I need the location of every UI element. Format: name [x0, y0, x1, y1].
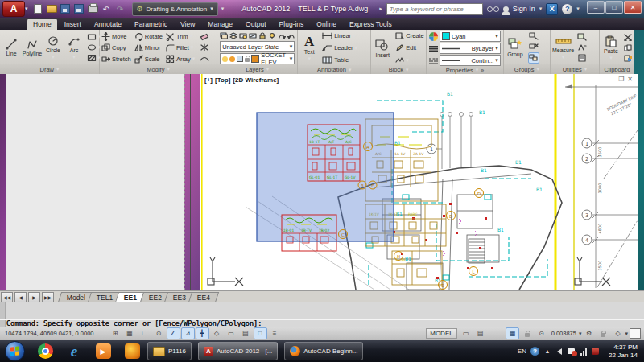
polyline-button[interactable]: Polyline: [23, 39, 42, 56]
table-button[interactable]: Table: [322, 55, 357, 65]
viewport-visualstyle-control[interactable]: [2D Wireframe]: [233, 76, 279, 84]
panel-label-groups[interactable]: Groups▾: [504, 64, 550, 74]
cut-button[interactable]: [624, 32, 633, 42]
tab-parametric[interactable]: Parametric: [129, 19, 173, 30]
chrome-taskbar-icon[interactable]: [36, 343, 54, 360]
panel-label-modify[interactable]: Modify▾: [100, 64, 217, 74]
plot-button[interactable]: [88, 4, 98, 14]
open-button[interactable]: [47, 4, 57, 14]
command-window[interactable]: Command: Specify opposite corner or [Fen…: [0, 302, 644, 327]
hardware-accel-button[interactable]: ◇: [611, 327, 625, 339]
maximize-button[interactable]: □: [605, 1, 623, 14]
speaker-icon[interactable]: [555, 348, 564, 356]
model-paper-toggle[interactable]: MODEL: [426, 328, 456, 339]
object-color-combo[interactable]: Cyan ▾: [440, 31, 501, 42]
ie-taskbar-icon[interactable]: e: [65, 343, 83, 360]
prev-layout-button[interactable]: ◀: [14, 292, 27, 302]
lineweight-combo[interactable]: ByLayer ▾: [440, 43, 501, 54]
linetype-combo[interactable]: Contin... ▾: [440, 55, 501, 66]
ortho-toggle[interactable]: ∟: [138, 327, 151, 339]
tab-output[interactable]: Output: [240, 19, 272, 30]
panel-label-block[interactable]: Block▾: [371, 65, 426, 74]
doc-close-button[interactable]: ✕: [627, 76, 633, 83]
layer-isolate-button[interactable]: [239, 31, 247, 40]
panel-label-layers[interactable]: Layers▾: [217, 64, 297, 74]
layer-state-combo[interactable]: Unsaved Layer State ▾: [220, 41, 295, 52]
taskbar-window-folder[interactable]: P1116: [147, 342, 192, 360]
mirror-button[interactable]: Mirror: [134, 43, 163, 53]
layer-properties-button[interactable]: [220, 31, 228, 40]
array-button[interactable]: Array▾: [166, 54, 195, 64]
leader-button[interactable]: Leader▾: [322, 43, 357, 53]
panel-label-annotation[interactable]: Annotation▾: [298, 65, 370, 74]
doc-minimize-button[interactable]: –: [612, 76, 615, 83]
polar-toggle[interactable]: ⊙: [152, 327, 166, 339]
tab-insert[interactable]: Insert: [59, 19, 87, 30]
doc-restore-button[interactable]: ❐: [618, 76, 624, 83]
trim-button[interactable]: Trim▾: [166, 31, 195, 42]
panel-label-draw[interactable]: Draw▾: [0, 64, 99, 74]
annotation-visibility-toggle[interactable]: ▦: [506, 327, 519, 339]
paste-special-button[interactable]: [624, 53, 633, 63]
tab-plugins[interactable]: Plug-ins: [274, 19, 310, 30]
rectangle-button[interactable]: ▾: [87, 32, 101, 42]
layer-off-button[interactable]: [268, 31, 276, 40]
quickview-layouts-button[interactable]: ▭: [459, 327, 473, 339]
edit-block-button[interactable]: Edit: [395, 43, 424, 53]
insert-block-button[interactable]: Insert: [373, 39, 392, 58]
scale-caret-icon[interactable]: ▾: [579, 331, 582, 337]
dyn-toggle[interactable]: ▭: [225, 327, 238, 339]
search-icon[interactable]: [487, 6, 499, 12]
group-edit-button[interactable]: [528, 42, 539, 51]
new-button[interactable]: [33, 4, 43, 14]
layer-freeze-button[interactable]: [249, 31, 257, 40]
tab-view[interactable]: View: [175, 19, 200, 30]
layer-state-button[interactable]: [229, 31, 237, 40]
help-tray-icon[interactable]: ?: [530, 347, 539, 356]
hatch-button[interactable]: ▾: [87, 53, 101, 63]
start-button[interactable]: [5, 341, 25, 361]
arc-button[interactable]: Arc ▾: [64, 35, 84, 60]
viewport-lock-toggle[interactable]: [520, 327, 534, 339]
panel-label-clipboard[interactable]: Clipboard: [600, 64, 634, 74]
ungroup-button[interactable]: [528, 31, 539, 41]
stretch-button[interactable]: Stretch: [101, 54, 131, 64]
tab-online[interactable]: Online: [311, 19, 342, 30]
workspace-switcher[interactable]: ⚙ Drafting & Annotation ▾: [132, 2, 218, 16]
taskbar-clock[interactable]: 4:37 PM 22-Jan-14: [609, 343, 638, 360]
minimize-button[interactable]: –: [587, 1, 605, 14]
qat-customize-icon[interactable]: ▾: [221, 6, 225, 12]
app-menu-button[interactable]: A: [2, 1, 25, 17]
copy-clip-button[interactable]: [624, 43, 633, 52]
search-input[interactable]: [386, 3, 483, 15]
viewport-view-control[interactable]: [Top]: [215, 76, 230, 84]
tab-ee4[interactable]: EE4: [188, 292, 219, 302]
status-menu-caret-icon[interactable]: ▾: [625, 331, 628, 337]
workspace-switch-button[interactable]: ⚙: [582, 327, 596, 339]
layer-lock-button[interactable]: [258, 31, 266, 40]
copy-button[interactable]: Copy: [101, 43, 131, 53]
erase-button[interactable]: [200, 32, 209, 42]
id-point-button[interactable]: [577, 53, 587, 63]
fillet-button[interactable]: Fillet▾: [166, 43, 195, 53]
redo-button[interactable]: ↷: [115, 4, 126, 14]
taskbar-window-autocad[interactable]: A AutoCAD 2012 - [...: [198, 342, 278, 360]
cad-drawing[interactable]: 1 2 3 4 3500 3000 4800 3500 BOUNDARY LIN…: [201, 74, 638, 290]
osnap-toggle[interactable]: ∠: [167, 327, 180, 339]
help-caret-icon[interactable]: ▾: [576, 6, 580, 12]
paste-button[interactable]: Paste ▾: [601, 35, 621, 60]
otrack-toggle[interactable]: ╋: [196, 327, 209, 339]
tab-manage[interactable]: Manage: [202, 19, 238, 30]
tpy-toggle[interactable]: □: [254, 327, 267, 339]
group-button[interactable]: Group: [506, 38, 525, 57]
grid-toggle[interactable]: ▦: [123, 327, 137, 339]
tray-expand-icon[interactable]: ▲: [543, 348, 551, 356]
panel-label-utilities[interactable]: Utilities▾: [551, 64, 599, 74]
layer-combo[interactable]: SOCKET ELEV ▾: [220, 53, 295, 64]
language-indicator[interactable]: EN: [518, 348, 526, 355]
ellipse-button[interactable]: ▾: [87, 43, 101, 52]
app-menu-caret-icon[interactable]: ▾: [25, 6, 28, 12]
clean-screen-button[interactable]: [630, 328, 641, 339]
scale-button[interactable]: Scale: [134, 54, 163, 64]
quickview-drawings-button[interactable]: ▤: [473, 327, 487, 339]
